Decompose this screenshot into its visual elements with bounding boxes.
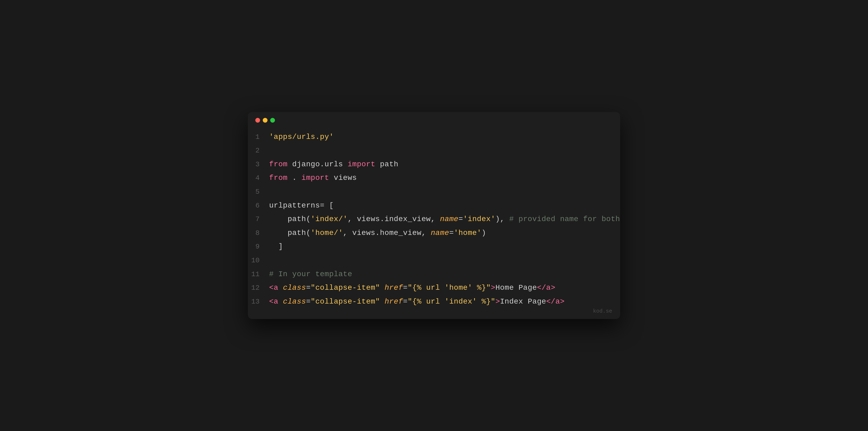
line-content: path('home/', views.home_view, name='hom… bbox=[269, 227, 486, 240]
line-content: from django.urls import path bbox=[269, 158, 398, 171]
line-content bbox=[269, 254, 274, 267]
token-plain: = bbox=[306, 298, 311, 306]
token-attr-val: "{% url 'index' %}" bbox=[408, 298, 495, 306]
token-plain: path( bbox=[269, 229, 311, 237]
token-attr: href bbox=[384, 284, 403, 292]
token-attr-val: "collapse-item" bbox=[311, 298, 380, 306]
code-line: 9 ] bbox=[248, 240, 620, 253]
code-line: 2 bbox=[248, 144, 620, 157]
code-editor-window: 1'apps/urls.py'2 3from django.urls impor… bbox=[248, 112, 620, 319]
line-number: 1 bbox=[248, 131, 269, 143]
line-number: 2 bbox=[248, 145, 269, 156]
token-plain: = bbox=[306, 284, 311, 292]
token-plain: path( bbox=[269, 215, 311, 223]
line-content: # In your template bbox=[269, 268, 352, 281]
token-keyword: from bbox=[269, 160, 287, 168]
token-string: 'index' bbox=[463, 215, 495, 223]
code-line: 11# In your template bbox=[248, 267, 620, 281]
watermark: kod.se bbox=[593, 308, 612, 314]
line-content bbox=[269, 185, 274, 198]
code-line: 5 bbox=[248, 185, 620, 199]
code-line: 4from . import views bbox=[248, 171, 620, 185]
token-tag: > bbox=[491, 284, 495, 292]
token-string: 'home/' bbox=[311, 229, 343, 237]
minimize-button[interactable] bbox=[263, 118, 268, 123]
token-plain: ), bbox=[495, 215, 509, 223]
line-number: 6 bbox=[248, 200, 269, 212]
code-line: 13<a class="collapse-item" href="{% url … bbox=[248, 295, 620, 309]
line-number: 3 bbox=[248, 159, 269, 170]
code-area: 1'apps/urls.py'2 3from django.urls impor… bbox=[248, 127, 620, 319]
token-keyword: import bbox=[348, 160, 375, 168]
line-number: 8 bbox=[248, 227, 269, 239]
token-attr-val: "collapse-item" bbox=[311, 284, 380, 292]
token-string: 'apps/urls.py' bbox=[269, 133, 334, 141]
token-comment: # provided name for both URLs bbox=[509, 215, 620, 223]
title-bar bbox=[248, 112, 620, 127]
code-line: 7 path('index/', views.index_view, name=… bbox=[248, 212, 620, 226]
token-plain: Index Page bbox=[500, 298, 546, 306]
code-line: 10 bbox=[248, 253, 620, 267]
token-attr: class bbox=[283, 298, 306, 306]
maximize-button[interactable] bbox=[270, 118, 275, 123]
line-content: ] bbox=[269, 240, 283, 253]
token-plain: ] bbox=[269, 242, 283, 251]
code-line: 1'apps/urls.py' bbox=[248, 130, 620, 144]
token-keyword: import bbox=[302, 174, 329, 182]
line-number: 10 bbox=[248, 255, 269, 266]
token-plain: = bbox=[449, 229, 454, 237]
token-attr: class bbox=[283, 284, 306, 292]
token-keyword: from bbox=[269, 174, 287, 182]
token-plain: Home Page bbox=[495, 284, 537, 292]
token-tag: </a> bbox=[537, 284, 555, 292]
line-number: 11 bbox=[248, 269, 269, 280]
token-plain bbox=[380, 298, 384, 306]
token-plain bbox=[278, 298, 283, 306]
token-plain bbox=[278, 284, 283, 292]
line-content: from . import views bbox=[269, 172, 357, 184]
token-plain: urlpatterns= [ bbox=[269, 202, 334, 210]
line-number: 12 bbox=[248, 282, 269, 294]
token-string: 'index/' bbox=[311, 215, 348, 223]
line-number: 7 bbox=[248, 213, 269, 225]
token-plain: = bbox=[459, 215, 463, 223]
code-line: 8 path('home/', views.home_view, name='h… bbox=[248, 226, 620, 240]
line-content bbox=[269, 144, 274, 157]
token-tag: </a> bbox=[546, 298, 565, 306]
token-attr: href bbox=[384, 298, 403, 306]
line-number: 13 bbox=[248, 296, 269, 308]
token-plain: ) bbox=[482, 229, 486, 237]
token-plain: , views.home_view, bbox=[343, 229, 431, 237]
line-number: 9 bbox=[248, 241, 269, 252]
close-button[interactable] bbox=[255, 118, 260, 123]
line-content: <a class="collapse-item" href="{% url 'i… bbox=[269, 295, 565, 308]
token-string: 'home' bbox=[454, 229, 482, 237]
token-plain: views bbox=[329, 174, 357, 182]
line-content: urlpatterns= [ bbox=[269, 199, 334, 212]
token-name-kw: name bbox=[440, 215, 458, 223]
code-line: 3from django.urls import path bbox=[248, 157, 620, 171]
code-line: 12<a class="collapse-item" href="{% url … bbox=[248, 281, 620, 295]
line-content: path('index/', views.index_view, name='i… bbox=[269, 213, 620, 226]
token-plain: path bbox=[375, 160, 398, 168]
token-tag: <a bbox=[269, 298, 278, 306]
token-attr-val: "{% url 'home' %}" bbox=[408, 284, 491, 292]
token-plain: . bbox=[287, 174, 301, 182]
line-content: <a class="collapse-item" href="{% url 'h… bbox=[269, 281, 556, 294]
token-plain: = bbox=[403, 298, 408, 306]
token-name-kw: name bbox=[431, 229, 449, 237]
token-plain: , views.index_view, bbox=[348, 215, 440, 223]
line-content: 'apps/urls.py' bbox=[269, 131, 334, 144]
code-line: 6urlpatterns= [ bbox=[248, 199, 620, 213]
line-number: 4 bbox=[248, 172, 269, 184]
token-tag: <a bbox=[269, 284, 278, 292]
token-plain: django.urls bbox=[287, 160, 348, 168]
token-plain: = bbox=[403, 284, 408, 292]
token-comment: # In your template bbox=[269, 270, 352, 278]
token-plain bbox=[380, 284, 384, 292]
line-number: 5 bbox=[248, 186, 269, 198]
token-tag: > bbox=[495, 298, 500, 306]
